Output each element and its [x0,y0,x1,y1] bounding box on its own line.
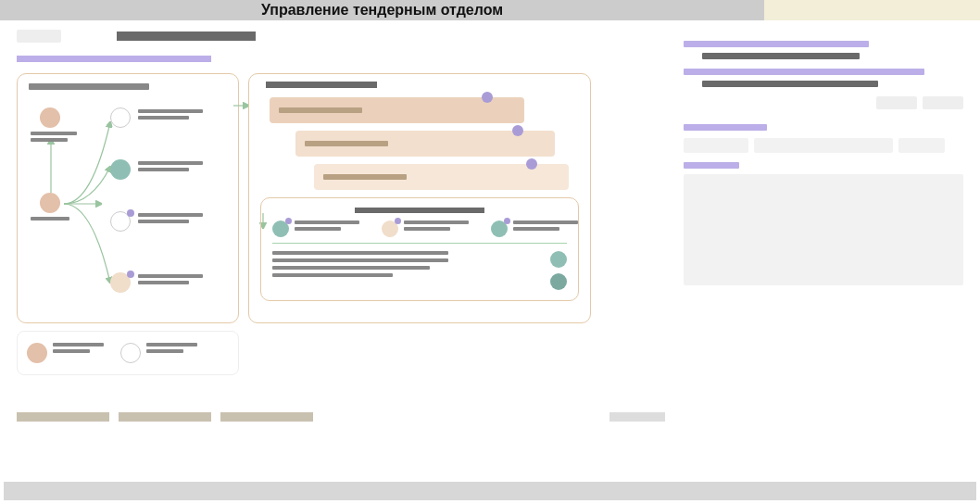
graph-node-branch-1[interactable] [110,107,131,128]
badge-icon [526,158,537,170]
back-button[interactable] [17,30,61,43]
section-label-3 [684,162,739,169]
status-dot-teal-dark [550,273,567,290]
graph-node-branch-2[interactable] [110,159,131,180]
tab-1[interactable] [17,412,109,422]
badge-icon [127,271,134,278]
window-title: Управление тендерным отделом [0,0,764,20]
status-dot-teal [550,251,567,268]
graph-node-branch-3-label [138,213,203,226]
action-button-1[interactable] [876,96,917,109]
stage-detail-title [355,208,484,213]
workflow-graph-panel [17,73,239,323]
stage-1[interactable] [270,97,524,123]
stage-detail-panel [260,197,579,301]
bottom-tabs [17,412,665,422]
field-1[interactable] [684,138,748,153]
graph-node-root-a-label [31,132,77,145]
title-bar-accent [764,0,980,20]
info-block [684,41,963,87]
legend-dot-peach [27,343,47,363]
tab-action[interactable] [609,412,665,422]
field-2[interactable] [754,138,893,153]
graph-node-root-a[interactable] [40,107,60,128]
graph-node-root-b-label [31,217,69,223]
stages-title [266,82,377,88]
badge-icon [127,209,134,217]
detail-item[interactable] [272,220,359,237]
tab-2[interactable] [119,412,211,422]
legend-item [120,343,197,363]
detail-item[interactable] [491,220,578,237]
notes-textarea[interactable] [684,174,963,285]
graph-node-root-b[interactable] [40,193,60,213]
side-panel [684,30,963,422]
stages-panel [248,73,591,323]
detail-item[interactable] [382,220,469,237]
graph-node-branch-2-label [138,161,203,174]
title-bar: Управление тендерным отделом [0,0,980,20]
page-title [117,32,256,41]
graph-title [29,83,149,90]
stage-3[interactable] [314,164,569,190]
detail-text [272,251,532,290]
action-button-2[interactable] [923,96,963,109]
graph-node-branch-1-label [138,109,203,122]
badge-icon [512,125,523,136]
legend-item [27,343,104,363]
badge-icon [482,92,493,103]
stage-2[interactable] [295,131,555,157]
graph-node-branch-4-label [138,274,203,287]
legend-dot-white [120,343,141,363]
tab-3[interactable] [220,412,313,422]
section-label [17,56,211,62]
divider [272,243,567,244]
status-bar [4,482,976,500]
field-3[interactable] [898,138,945,153]
legend-panel [17,331,239,375]
section-label-2 [684,124,767,131]
